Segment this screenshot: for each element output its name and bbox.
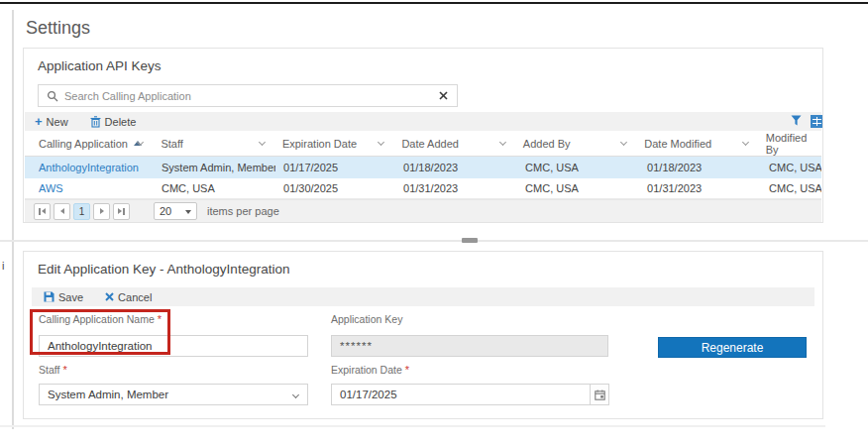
grid-header-row: Calling Application Staff Expiration Dat… (25, 131, 821, 157)
api-keys-panel-title: Application API Keys (38, 58, 162, 73)
end-bar-icon (39, 208, 41, 215)
screen: i Settings Application API Keys + New (0, 0, 868, 446)
grid-toolbar: + New Delete (25, 112, 821, 131)
search-icon (47, 90, 58, 102)
trash-icon (90, 116, 101, 128)
edit-panel-title: Edit Application Key - AnthologyIntegrat… (38, 262, 289, 277)
chevron-down-icon[interactable] (499, 139, 506, 146)
cell-date-added: 01/31/2023 (395, 178, 517, 198)
calendar-icon (595, 390, 605, 400)
calendar-picker-button[interactable] (591, 384, 609, 405)
chevron-down-icon[interactable] (137, 139, 144, 146)
page-size-dropdown[interactable]: 20 (154, 202, 197, 220)
cell-date-added: 01/18/2023 (395, 157, 517, 178)
table-row-selected[interactable]: AnthologyIntegration System Admin, Membe… (25, 157, 821, 178)
staff-dropdown[interactable]: System Admin, Member (39, 384, 308, 405)
end-bar-icon (123, 208, 125, 215)
application-api-keys-panel: Application API Keys + New (23, 48, 823, 223)
grid-pager: 1 20 items per page (25, 199, 821, 222)
dropdown-arrow-icon (185, 210, 191, 214)
new-button-label: New (47, 116, 68, 128)
required-asterisk: * (158, 313, 162, 325)
calling-application-name-field[interactable] (39, 335, 308, 357)
bottom-border-line (0, 425, 825, 427)
chevron-down-icon[interactable] (620, 139, 627, 146)
column-header-calling-application[interactable]: Calling Application (25, 131, 153, 156)
cell-modified-by: CMC, USA (761, 178, 821, 198)
left-edge-text-artifact: i (2, 260, 4, 272)
edit-application-key-panel: Edit Application Key - AnthologyIntegrat… (23, 251, 823, 419)
cancel-button[interactable]: Cancel (105, 291, 152, 303)
edit-toolbar: Save Cancel (32, 287, 814, 306)
panel-splitter[interactable] (0, 240, 868, 242)
first-page-button[interactable] (34, 203, 51, 220)
cell-expiration-date: 01/30/2025 (275, 178, 395, 198)
previous-page-button[interactable] (54, 203, 70, 220)
cell-added-by: CMC, USA (517, 157, 639, 178)
calling-application-name-label: Calling Application Name* (39, 313, 162, 325)
triangle-right-icon (100, 208, 104, 214)
required-asterisk: * (405, 364, 409, 376)
cancel-x-icon (105, 292, 114, 301)
expiration-date-field[interactable] (331, 384, 591, 405)
chevron-down-icon[interactable] (259, 139, 266, 146)
column-header-date-modified[interactable]: Date Modified (636, 131, 757, 156)
chevron-down-icon[interactable] (378, 139, 384, 146)
table-row[interactable]: AWS CMC, USA 01/30/2025 01/31/2023 CMC, … (25, 178, 821, 199)
column-header-expiration-date[interactable]: Expiration Date (274, 131, 394, 156)
cell-staff: CMC, USA (154, 178, 275, 198)
next-page-button[interactable] (93, 203, 110, 220)
cell-expiration-date: 01/17/2025 (275, 157, 395, 178)
chevron-down-icon (292, 391, 299, 398)
left-border-line (12, 10, 14, 429)
save-icon (44, 291, 54, 302)
row-link-aws[interactable]: AWS (25, 178, 154, 198)
items-per-page-label: items per page (207, 205, 279, 217)
triangle-left-icon (42, 208, 46, 214)
clear-search-icon[interactable] (439, 91, 448, 100)
search-box[interactable] (38, 84, 458, 107)
delete-button[interactable]: Delete (90, 116, 137, 128)
application-key-field (331, 335, 608, 357)
triangle-right-icon (118, 208, 122, 214)
page-title: Settings (26, 18, 90, 39)
column-header-added-by[interactable]: Added By (515, 131, 636, 156)
top-border-line (0, 2, 868, 4)
save-button[interactable]: Save (44, 291, 83, 303)
required-asterisk: * (62, 364, 66, 376)
column-header-staff[interactable]: Staff (153, 131, 273, 156)
filter-icon[interactable] (791, 115, 802, 126)
plus-icon: + (35, 115, 43, 128)
chevron-down-icon[interactable] (742, 139, 749, 146)
save-button-label: Save (58, 291, 83, 303)
delete-button-label: Delete (105, 116, 137, 128)
new-button[interactable]: + New (35, 115, 68, 128)
column-header-date-added[interactable]: Date Added (393, 131, 514, 156)
search-input[interactable] (58, 90, 439, 102)
staff-label: Staff* (39, 364, 67, 376)
cell-date-modified: 01/18/2023 (639, 157, 761, 178)
splitter-handle-icon[interactable] (462, 238, 478, 243)
last-page-button[interactable] (113, 203, 130, 220)
row-link-anthologyintegration[interactable]: AnthologyIntegration (25, 157, 154, 178)
application-key-label: Application Key (331, 313, 402, 325)
triangle-left-icon (60, 208, 64, 214)
export-excel-icon[interactable] (811, 115, 823, 128)
page-number-button[interactable]: 1 (73, 203, 90, 220)
expiration-date-label: Expiration Date* (331, 364, 409, 376)
cell-date-modified: 01/31/2023 (639, 178, 761, 198)
cell-modified-by: CMC, USA (761, 157, 821, 178)
column-header-modified-by[interactable]: Modified By (758, 131, 821, 156)
cell-added-by: CMC, USA (517, 178, 639, 198)
staff-dropdown-value: System Admin, Member (48, 389, 168, 400)
cancel-button-label: Cancel (118, 291, 152, 303)
regenerate-button[interactable]: Regenerate (658, 337, 807, 358)
cell-staff: System Admin, Member (154, 157, 275, 178)
